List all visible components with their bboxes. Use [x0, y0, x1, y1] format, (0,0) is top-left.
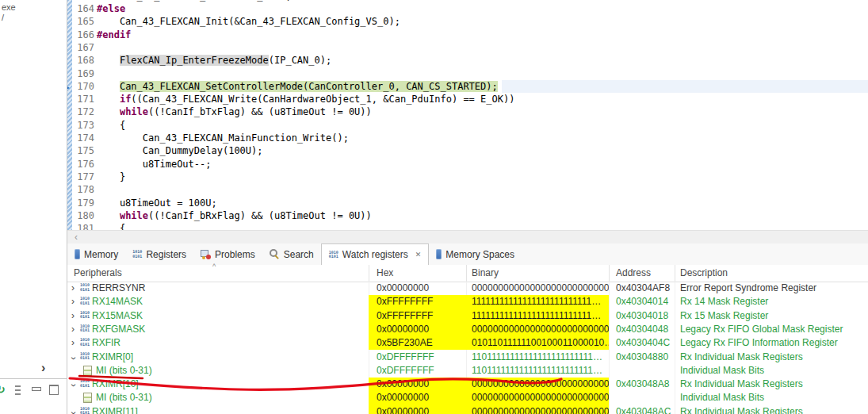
refresh-icon[interactable]: ↻	[0, 383, 6, 396]
cell-addr: 0x403048A8	[609, 378, 675, 391]
table-row-mi-bits-0-31[interactable]: MI (bits 0-31)0xDFFFFFFF1101111111111111…	[67, 364, 868, 378]
maximize-icon[interactable]	[49, 385, 59, 395]
table-row-rxfgmask[interactable]: ›10100101RXFGMASK0x000000000000000000000…	[67, 323, 868, 336]
collapse-chevron-icon[interactable]: ›	[67, 356, 80, 359]
line-number: 169	[72, 67, 94, 80]
peripheral-name: RX14MASK	[92, 295, 369, 309]
code-line-179[interactable]: 179 u8TimeOut = 100U;	[67, 197, 868, 209]
column-header-hex[interactable]: Hex	[377, 267, 393, 278]
table-row-rximr-10[interactable]: ›10100101RXIMR[10]0x00000000000000000000…	[67, 378, 868, 391]
expand-chevron-icon[interactable]: ›	[71, 336, 75, 350]
table-row-rx15mask[interactable]: ›10100101RX15MASK0xFFFFFFFF1111111111111…	[67, 309, 868, 323]
expand-chevron-icon[interactable]: ›	[71, 309, 75, 323]
close-icon[interactable]: ✕	[415, 251, 422, 259]
cell-desc: Legacy Rx FIFO Information Register	[675, 336, 868, 350]
code-line-170[interactable]: ▶170 Can_43_FLEXCAN_SetControllerMode(Ca…	[67, 80, 868, 93]
cell-bin: 11011111111111111111111111…	[466, 364, 609, 378]
collapse-chevron-icon[interactable]: ›	[67, 411, 80, 414]
tab-memory-spaces[interactable]: Memory Spaces	[429, 243, 522, 265]
divider	[0, 378, 67, 379]
code-line-177[interactable]: 177 }	[67, 171, 868, 183]
cell-bin: 00000000000000000000000000…	[466, 282, 609, 295]
line-highlight-extension	[502, 80, 868, 93]
minimize-icon[interactable]	[32, 387, 41, 391]
peripheral-name: MI (bits 0-31)	[96, 391, 369, 404]
cell-hex: 0xDFFFFFFF	[369, 351, 466, 364]
code-line-173[interactable]: 173 {	[67, 119, 868, 132]
sort-indicator-icon: ^	[212, 263, 216, 270]
code-text: while((!CanIf_bRxFlag) && (u8TimeOut != …	[97, 209, 372, 222]
cell-addr: 0x40304048	[609, 323, 675, 336]
code-text: #endif	[97, 29, 131, 41]
tab-registers[interactable]: 10100101Registers	[125, 243, 193, 265]
code-text: u8TimeOut = 100U;	[97, 197, 217, 209]
tab-label: Memory	[84, 249, 118, 260]
code-text: Can_43_FLEXCAN_SetControllerMode(CanCont…	[97, 80, 498, 93]
code-line-169[interactable]: 169	[67, 67, 868, 80]
table-row-mi-bits-0-31[interactable]: MI (bits 0-31)0x000000000000000000000000…	[67, 391, 868, 404]
column-header-peripherals[interactable]: Peripherals	[74, 267, 122, 278]
cell-hex: 0x00000000	[369, 405, 466, 414]
cell-desc: Rx Individual Mask Registers	[675, 378, 868, 391]
table-header: PeripheralsHexBinaryAddressDescription^	[67, 265, 868, 282]
horizontal-scrollbar[interactable]: ‹	[67, 230, 868, 244]
column-header-address[interactable]: Address	[616, 267, 651, 278]
code-line-172[interactable]: 172 while((!CanIf_bTxFlag) && (u8TimeOut…	[67, 105, 868, 118]
expand-chevron-icon[interactable]: ›	[71, 323, 75, 336]
cell-addr: 0x40304880	[609, 351, 675, 364]
code-text: Can_DummyDelay(100U);	[97, 144, 263, 157]
code-line-164[interactable]: 164#else	[67, 2, 868, 15]
registers-icon: 10100101	[80, 379, 90, 388]
tab-label: Registers	[146, 249, 186, 260]
cell-desc: Individual Mask Bits	[675, 391, 868, 404]
line-number: 166	[72, 29, 94, 41]
cell-addr: 0x403048AC	[609, 405, 675, 414]
code-text: Can_43_FLEXCAN_Init(&Can_43_FLEXCAN_Conf…	[97, 15, 400, 28]
expand-chevron-icon[interactable]: ›	[71, 282, 75, 295]
outline-icon[interactable]	[15, 385, 21, 395]
scroll-left-arrow-icon[interactable]: ‹	[75, 232, 78, 243]
memory-icon	[75, 249, 80, 259]
code-line-176[interactable]: 176 u8TimeOut--;	[67, 158, 868, 171]
code-line-166[interactable]: 166#endif	[67, 29, 868, 41]
column-header-description[interactable]: Description	[680, 267, 728, 278]
code-line-167[interactable]: 167	[67, 41, 868, 54]
code-line-168[interactable]: 168 FlexCAN_Ip_EnterFreezeMode(IP_CAN_0)…	[67, 54, 868, 67]
left-panel-label: exe	[2, 2, 16, 12]
code-line-178[interactable]: 178	[67, 183, 868, 196]
code-text: }	[97, 171, 125, 183]
peripheral-name: RXFIR	[92, 336, 369, 350]
collapse-chevron-icon[interactable]: ›	[67, 384, 80, 387]
tab-problems[interactable]: Problems	[193, 243, 262, 265]
tab-memory[interactable]: Memory	[67, 243, 125, 265]
tab-label: Memory Spaces	[445, 249, 514, 260]
tab-watch-registers[interactable]: 10100101Watch registers✕	[321, 243, 430, 266]
tab-search[interactable]: Search	[262, 243, 321, 265]
code-line-180[interactable]: 180 while((!CanIf_bRxFlag) && (u8TimeOut…	[67, 209, 868, 222]
code-text: u8TimeOut--;	[97, 158, 212, 171]
cell-hex: 0x00000000	[369, 282, 466, 295]
ide-window: exe/ › ↻ 163 Can_43_FLEXCAN_Init(NULL_PT…	[0, 0, 868, 414]
code-line-181[interactable]: 181 {	[67, 222, 868, 230]
table-row-rerrsynr[interactable]: ›10100101RERRSYNR0x000000000000000000000…	[67, 282, 868, 295]
problems-icon	[201, 250, 211, 259]
cell-addr: 0x40304AF8	[609, 282, 675, 295]
tab-label: Watch registers	[342, 249, 408, 260]
table-row-rx14mask[interactable]: ›10100101RX14MASK0xFFFFFFFF1111111111111…	[67, 295, 868, 309]
expand-chevron-icon[interactable]: ›	[71, 295, 75, 309]
column-header-binary[interactable]: Binary	[472, 267, 499, 278]
field-icon	[83, 393, 92, 403]
peripheral-name: RX15MASK	[92, 309, 369, 323]
code-line-171[interactable]: 171 if((Can_43_FLEXCAN_Write(CanHardware…	[67, 93, 868, 105]
code-line-175[interactable]: 175 Can_DummyDelay(100U);	[67, 144, 868, 157]
registers-icon: 10100101	[80, 407, 90, 414]
code-editor[interactable]: 163 Can_43_FLEXCAN_Init(NULL_PTR);164#el…	[67, 0, 868, 230]
code-line-165[interactable]: 165 Can_43_FLEXCAN_Init(&Can_43_FLEXCAN_…	[67, 15, 868, 28]
table-row-rximr-0[interactable]: ›10100101RXIMR[0]0xDFFFFFFF1101111111111…	[67, 351, 868, 364]
table-row-rximr-11-partial[interactable]: ›10100101RXIMR[11]0x00000000000000000000…	[67, 405, 868, 414]
code-text: Can_43_FLEXCAN_Init(NULL_PTR);	[97, 0, 292, 2]
line-number: 179	[72, 197, 94, 209]
expand-right-chevron-icon[interactable]: ›	[41, 361, 45, 375]
code-line-174[interactable]: 174 Can_43_FLEXCAN_MainFunction_Write();	[67, 132, 868, 144]
table-row-rxfir[interactable]: ›10100101RXFIR0x5BF230AE0101101111110010…	[67, 336, 868, 350]
